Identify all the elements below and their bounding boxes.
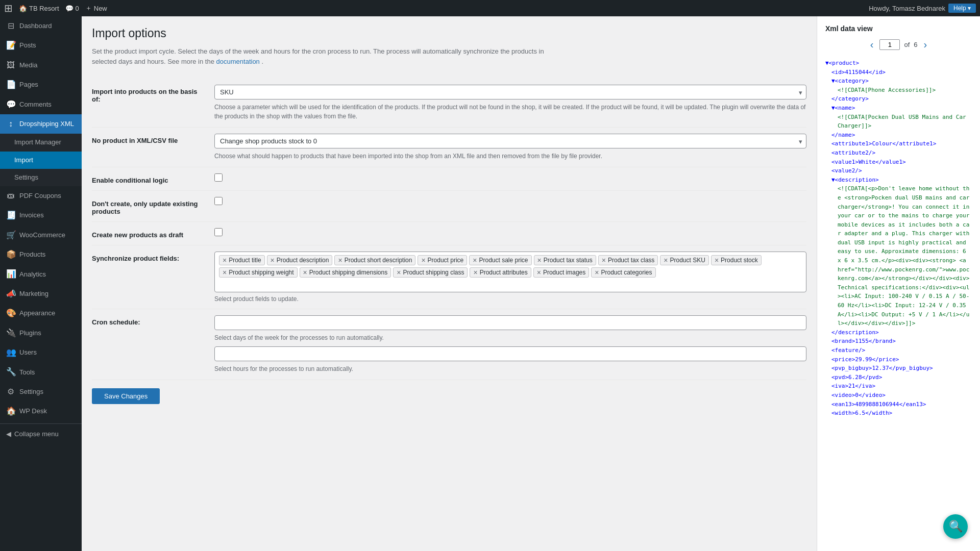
xml-next-button[interactable]: › [922,39,929,51]
search-fab[interactable]: 🔍 [943,514,968,539]
import-basis-select[interactable]: SKU EAN ID Name [214,85,806,99]
sync-fields-field: ×Product title×Product description×Produ… [214,252,806,303]
tag-remove-icon[interactable]: × [537,269,541,276]
sidebar-item-dropshipping[interactable]: ↕ Dropshipping XML [0,114,82,134]
site-name[interactable]: 🏠 TB Resort [19,5,59,12]
sync-fields-tags-container[interactable]: ×Product title×Product description×Produ… [214,252,806,292]
tag-remove-icon[interactable]: × [397,269,401,276]
sidebar-item-settings[interactable]: ⚙ Settings [0,382,82,402]
sidebar-item-tools[interactable]: 🔧 Tools [0,362,82,382]
collapse-menu-button[interactable]: ◀ Collapse menu [0,426,82,442]
sidebar-item-settings-sub[interactable]: Settings [0,169,82,186]
sync-tag: ×Product short description [334,255,415,265]
sidebar-item-marketing[interactable]: 📣 Marketing [0,284,82,304]
xml-page-input[interactable] [879,39,900,50]
tag-label: Product stock [721,257,758,264]
xml-line: <brand>1155</brand> [825,337,972,346]
cron-days-input[interactable] [214,315,806,330]
plus-icon: ＋ [85,4,92,13]
dont-create-checkbox[interactable] [214,197,223,205]
xml-line: ▼<product> [825,59,972,68]
dashboard-icon: ⊟ [6,20,15,32]
sidebar-item-users[interactable]: 👥 Users [0,343,82,362]
help-button[interactable]: Help ▾ [948,4,976,13]
import-basis-select-wrapper: SKU EAN ID Name ▾ [214,85,806,99]
tag-remove-icon[interactable]: × [338,257,342,264]
tools-icon: 🔧 [6,366,15,378]
page-description: Set the product import cycle. Select the… [92,46,551,66]
save-section: Save Changes [92,380,806,412]
cron-schedule-label: Cron schedule: [92,315,204,326]
tag-remove-icon[interactable]: × [473,269,477,276]
topbar-right: Howdy, Tomasz Bednarek Help ▾ [869,4,976,13]
xml-total-pages: 6 [914,41,917,48]
settings-icon: ⚙ [6,386,15,397]
comments-count[interactable]: 💬 0 [65,5,79,12]
xml-line: <value1>White</value1> [825,158,972,167]
xml-line: ▼<description> [825,176,972,185]
conditional-logic-row: Enable conditional logic [92,167,806,191]
tag-remove-icon[interactable]: × [303,269,307,276]
sidebar-item-media[interactable]: 🖼 Media [0,56,82,75]
xml-prev-button[interactable]: ‹ [868,39,876,51]
save-button[interactable]: Save Changes [92,388,160,404]
sidebar-item-analytics[interactable]: 📊 Analytics [0,264,82,284]
xml-content: ▼<product><id>4115044</id>▼<category><![… [825,59,972,418]
woocommerce-icon: 🛒 [6,230,15,241]
tag-remove-icon[interactable]: × [595,269,599,276]
xml-line: <id>4115044</id> [825,68,972,77]
no-product-select-wrapper: Change shop products stock to 0 Delete p… [214,134,806,148]
tag-label: Product shipping dimensions [309,269,387,276]
sidebar-item-dashboard[interactable]: ⊟ Dashboard [0,16,82,36]
pdf-coupons-icon: 🎟 [6,190,15,202]
conditional-logic-checkbox[interactable] [214,173,223,182]
create-draft-checkbox[interactable] [214,228,223,236]
tag-label: Product categories [601,269,652,276]
cron-schedule-row: Cron schedule: Select days of the week f… [92,309,806,380]
tag-label: Product sale price [479,257,528,264]
xml-line: <video>0</video> [825,391,972,400]
tag-remove-icon[interactable]: × [223,269,227,276]
sync-tag: ×Product stock [711,255,762,265]
cron-hours-input[interactable] [214,346,806,361]
sidebar-item-plugins[interactable]: 🔌 Plugins [0,323,82,343]
sync-tag: ×Product title [219,255,265,265]
sidebar-item-invoices[interactable]: 🧾 Invoices [0,206,82,225]
dont-create-label: Don't create, only update existing produ… [92,197,204,215]
tag-label: Product tax status [544,257,593,264]
conditional-logic-field [214,173,806,182]
sidebar-item-import-manager[interactable]: Import Manager [0,134,82,151]
sync-tag: ×Product price [418,255,467,265]
tag-remove-icon[interactable]: × [473,257,477,264]
tag-remove-icon[interactable]: × [223,257,227,264]
tag-label: Product price [428,257,464,264]
dropshipping-icon: ↕ [6,118,15,130]
tag-remove-icon[interactable]: × [715,257,719,264]
marketing-icon: 📣 [6,288,15,299]
new-button[interactable]: ＋ New [85,4,107,13]
sidebar-item-wp-desk[interactable]: 🏠 WP Desk [0,402,82,421]
sidebar-item-pdf-coupons[interactable]: 🎟 PDF Coupons [0,186,82,206]
tag-remove-icon[interactable]: × [602,257,606,264]
tag-label: Product short description [345,257,412,264]
sync-tag: ×Product sale price [469,255,531,265]
sync-fields-hint: Select product fields to update. [214,295,806,303]
sidebar-item-posts[interactable]: 📝 Posts [0,36,82,55]
sync-tag: ×Product tax status [534,255,596,265]
tag-remove-icon[interactable]: × [664,257,668,264]
tag-remove-icon[interactable]: × [271,257,275,264]
sidebar-item-products[interactable]: 📦 Products [0,245,82,264]
tag-remove-icon[interactable]: × [537,257,542,264]
sidebar-item-woocommerce[interactable]: 🛒 WooCommerce [0,226,82,245]
sync-fields-label: Synchronize product fields: [92,252,204,262]
sidebar-item-pages[interactable]: 📄 Pages [0,75,82,94]
tag-label: Product description [277,257,329,264]
cron-hours-hint: Select hours for the processes to run au… [214,364,806,373]
documentation-link[interactable]: documentation [216,58,260,65]
sidebar-item-import[interactable]: Import [0,152,82,169]
no-product-select[interactable]: Change shop products stock to 0 Delete p… [214,134,806,148]
sidebar-item-appearance[interactable]: 🎨 Appearance [0,304,82,323]
sidebar-item-comments[interactable]: 💬 Comments [0,95,82,114]
xml-line: <![CDATA[Pocken Dual USB Mains and Car C… [825,113,972,131]
tag-remove-icon[interactable]: × [421,257,425,264]
